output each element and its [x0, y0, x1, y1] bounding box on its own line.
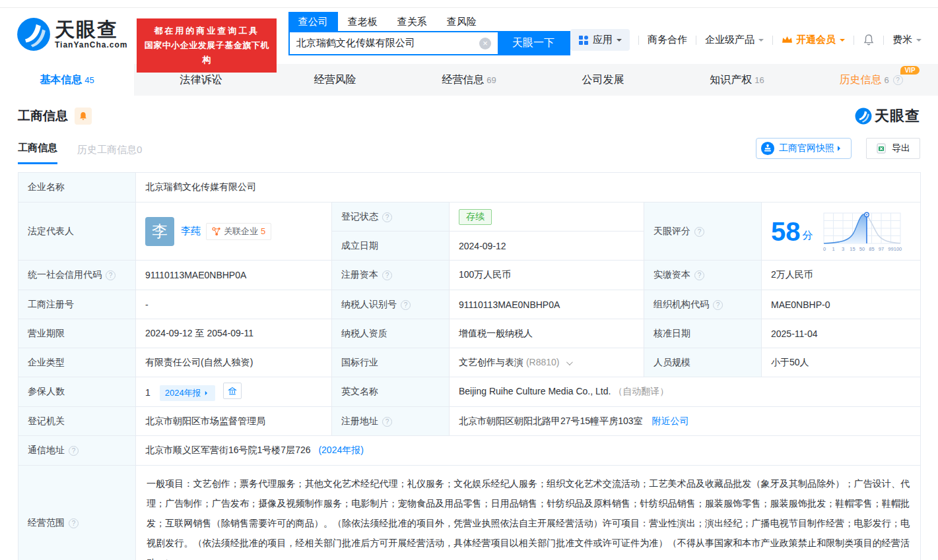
help-icon[interactable]: ?	[106, 270, 116, 280]
tab-company-development[interactable]: 公司发展	[536, 64, 670, 96]
english-name-value: Beijing Ruihe Culture Media Co., Ltd. （自…	[450, 377, 921, 407]
insured-count-cell: 1 2024年报	[136, 377, 332, 407]
caret-down-icon	[916, 39, 921, 44]
help-icon[interactable]: ?	[893, 75, 903, 85]
arrow-right-icon	[205, 391, 209, 395]
snapshot-stamp-icon	[760, 141, 775, 156]
caret-down-icon	[617, 39, 622, 44]
tab-intellectual-property[interactable]: 知识产权 16	[670, 64, 804, 96]
svg-text:3: 3	[841, 246, 844, 252]
clear-search-icon[interactable]: ×	[479, 38, 491, 49]
help-icon[interactable]: ?	[69, 518, 79, 528]
notification-bell-icon[interactable]	[863, 34, 875, 46]
search-tab-company[interactable]: 查公司	[288, 12, 338, 31]
search-tab-relation[interactable]: 查关系	[387, 12, 437, 31]
tab-label: 经营信息	[442, 73, 484, 87]
help-icon[interactable]: ?	[713, 300, 723, 310]
snapshot-button-label: 工商官网快照	[779, 142, 834, 154]
menu-vip[interactable]: 开通会员	[782, 34, 845, 46]
search-input[interactable]	[290, 32, 498, 54]
tab-count: 45	[84, 75, 94, 85]
search-area: 查公司 查老板 查关系 查风险 × 天眼一下	[288, 12, 570, 55]
reg-address-label: 注册地址?	[332, 407, 450, 436]
insured-count-value: 1	[145, 387, 151, 398]
establish-date-value: 2024-09-12	[450, 232, 644, 261]
menu-cooperation[interactable]: 商务合作	[648, 34, 687, 46]
svg-text:0: 0	[822, 246, 825, 252]
reg-status-label: 登记状态?	[332, 202, 450, 232]
tab-label: 基本信息	[40, 73, 82, 87]
nearby-companies-link[interactable]: 附近公司	[652, 416, 688, 426]
reg-capital-value: 100万人民币	[450, 261, 644, 290]
tianyancha-logo[interactable]: 天眼查 TianYanCha.com	[17, 17, 127, 51]
search-button[interactable]: 天眼一下	[498, 32, 569, 54]
official-snapshot-button[interactable]: 工商官网快照	[756, 138, 852, 159]
staff-size-value: 小于50人	[762, 348, 921, 377]
apps-menu[interactable]: 应用	[570, 29, 630, 51]
reg-authority-value: 北京市朝阳区市场监督管理局	[136, 407, 332, 436]
menu-enterprise[interactable]: 企业级产品	[705, 34, 764, 46]
menu-divider	[883, 36, 884, 45]
reg-number-value: -	[136, 290, 332, 319]
mail-address-label: 通信地址?	[18, 436, 136, 466]
help-icon[interactable]: ?	[69, 446, 79, 456]
menu-divider	[696, 36, 696, 45]
tab-history-info[interactable]: VIP 历史信息 6 ?	[804, 64, 938, 96]
industry-value: 文艺创作与表演 (R8810)	[450, 348, 644, 377]
svg-text:1: 1	[832, 246, 834, 252]
section-title: 工商信息	[18, 108, 68, 125]
user-menu-label: 费米	[892, 34, 912, 46]
tab-business-info[interactable]: 经营信息 69	[402, 64, 536, 96]
brand-name: 天眼查	[55, 19, 127, 40]
tianyancha-logo-icon	[855, 108, 872, 125]
monitor-bell-icon[interactable]	[75, 108, 92, 125]
tab-label: 知识产权	[710, 73, 752, 87]
svg-text:85: 85	[869, 246, 874, 252]
taxpayer-id-value: 91110113MAE0NBHP0A	[450, 290, 644, 319]
search-box: × 天眼一下	[288, 31, 570, 55]
legal-rep-avatar[interactable]: 李	[145, 217, 174, 246]
help-icon[interactable]: ?	[694, 270, 704, 280]
slogan-line-2: 国家中小企业发展子基金旗下机构	[143, 38, 269, 67]
company-name-label: 企业名称	[18, 173, 136, 202]
annual-report-pill[interactable]: 2024年报	[160, 385, 215, 401]
chevron-down-icon[interactable]	[566, 359, 573, 365]
search-tab-boss[interactable]: 查老板	[338, 12, 387, 31]
tab-label: 公司发展	[582, 73, 624, 87]
subtab-current-registration[interactable]: 工商信息	[18, 142, 57, 164]
tab-legal-litigation[interactable]: 法律诉讼	[134, 64, 268, 96]
tab-count: 69	[486, 75, 496, 85]
mail-address-value: 北京市顺义区军营街16号院1号楼7层726 (2024年报)	[136, 436, 921, 466]
tianyancha-watermark: 天眼查	[855, 106, 920, 126]
legal-rep-name-link[interactable]: 李莼	[181, 225, 201, 237]
help-icon[interactable]: ?	[382, 417, 392, 427]
search-tab-risk[interactable]: 查风险	[437, 12, 486, 31]
table-row: 企业类型 有限责任公司(自然人独资) 国标行业 文艺创作与表演 (R8810) …	[18, 348, 921, 377]
tab-count: 16	[754, 75, 764, 85]
reg-number-label: 工商注册号	[18, 290, 136, 319]
help-icon[interactable]: ?	[382, 212, 392, 222]
score-unit: 分	[803, 229, 813, 243]
tab-label: 历史信息	[839, 73, 881, 87]
related-companies-badge[interactable]: 关联企业 5	[206, 223, 271, 240]
establish-date-label: 成立日期	[332, 232, 450, 261]
help-icon[interactable]: ?	[382, 270, 392, 280]
export-button[interactable]: 导出	[866, 138, 920, 159]
table-row: 工商注册号 - 纳税人识别号? 91110113MAE0NBHP0A 组织机构代…	[18, 290, 921, 319]
subtab-history-registration[interactable]: 历史工商信息0	[77, 144, 142, 164]
tab-basic-info[interactable]: 基本信息 45	[0, 64, 134, 96]
insured-history-button[interactable]	[223, 383, 242, 399]
tab-operation-risk[interactable]: 经营风险	[268, 64, 402, 96]
help-icon[interactable]: ?	[401, 300, 411, 310]
user-menu[interactable]: 费米	[892, 34, 921, 46]
org-code-label: 组织机构代码?	[644, 290, 762, 319]
help-icon[interactable]: ?	[694, 227, 704, 237]
table-row: 经营范围? 一般项目：文艺创作；票务代理服务；其他文化艺术经纪代理；礼仪服务；文…	[18, 466, 921, 560]
reg-status-value: 存续	[450, 202, 644, 232]
company-name-value: 北京瑞鹤文化传媒有限公司	[136, 173, 921, 202]
svg-text:15: 15	[850, 246, 855, 252]
menu-divider	[854, 36, 854, 45]
company-nav-tabs: 基本信息 45 法律诉讼 经营风险 经营信息 69 公司发展 知识产权 16 V…	[0, 64, 938, 96]
tab-label: 法律诉讼	[180, 73, 222, 87]
annual-report-link[interactable]: (2024年报)	[318, 445, 363, 455]
